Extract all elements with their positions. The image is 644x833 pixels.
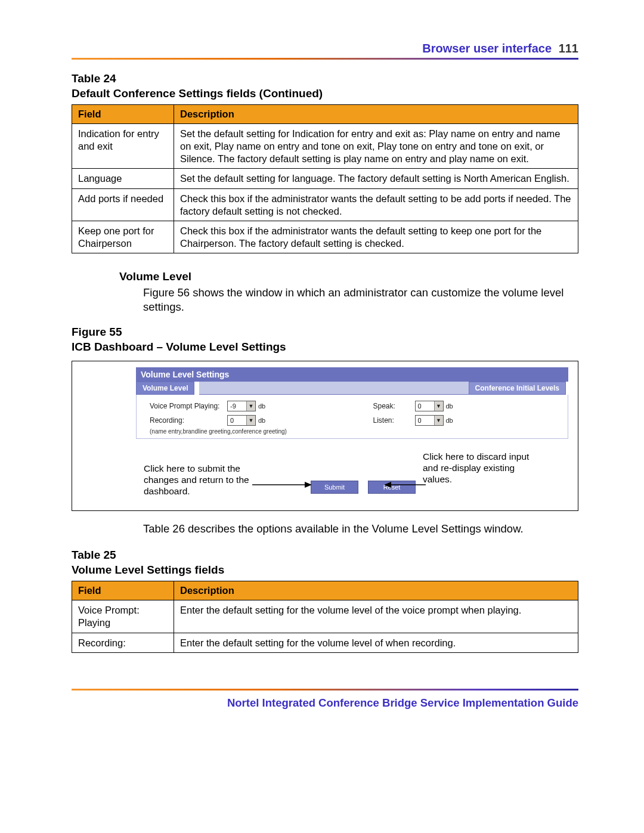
chevron-down-icon: ▼ [434, 416, 443, 425]
table25-r1-desc: Enter the default setting for the volume… [174, 633, 578, 653]
table25-caption-title: Volume Level Settings fields [72, 563, 224, 576]
table24-r1-desc: Set the default setting for language. Th… [174, 169, 578, 189]
table24-r1-field: Language [72, 169, 174, 189]
table25-caption-num: Table 25 [72, 549, 116, 561]
callout-submit: Click here to submit the changes and ret… [144, 463, 257, 497]
table-row: Keep one port for Chairperson Check this… [72, 221, 578, 253]
tab-volume-level[interactable]: Volume Level [136, 382, 194, 395]
table-row: Voice Prompt: Playing Enter the default … [72, 600, 578, 633]
table24-r3-desc: Check this box if the administrator want… [174, 221, 578, 253]
table25-r1-field: Recording: [72, 633, 174, 653]
select-listen[interactable]: 0 ▼ [415, 415, 444, 426]
figure55-caption: Figure 55 ICB Dashboard – Volume Level S… [72, 325, 578, 354]
callout-reset: Click here to discard input and re-displ… [423, 451, 542, 485]
table25-r0-field: Voice Prompt: Playing [72, 600, 174, 633]
label-recording: Recording: [150, 416, 227, 425]
table25-caption: Table 25 Volume Level Settings fields [72, 548, 578, 577]
table24-head-field: Field [72, 105, 174, 124]
label-listen: Listen: [373, 416, 415, 425]
svg-marker-3 [384, 482, 391, 488]
row-recording: Recording: 0 ▼ db [150, 415, 338, 426]
row-speak: Speak: 0 ▼ db [373, 401, 561, 411]
select-voice-prompt[interactable]: -9 ▼ [227, 401, 256, 411]
table-row: Language Set the default setting for lan… [72, 169, 578, 189]
label-voice-prompt: Voice Prompt Playing: [150, 402, 227, 410]
select-recording[interactable]: 0 ▼ [227, 415, 256, 426]
unit-db: db [258, 402, 265, 410]
chevron-down-icon: ▼ [434, 401, 443, 411]
row-voice-prompt: Voice Prompt Playing: -9 ▼ db [150, 401, 338, 411]
document-page: Browser user interface 111 Table 24 Defa… [0, 0, 644, 833]
table24-caption-title: Default Conference Settings fields (Cont… [72, 87, 323, 100]
unit-db: db [446, 417, 453, 424]
panel-title: Volume Level Settings [136, 367, 568, 382]
arrow-icon [252, 476, 312, 494]
unit-db: db [258, 417, 265, 424]
table24-r3-field: Keep one port for Chairperson [72, 221, 174, 253]
unit-db: db [446, 402, 453, 410]
tab-spacer [199, 382, 468, 395]
figure55-box: Volume Level Settings Volume Level Confe… [72, 361, 578, 511]
figure55-caption-num: Figure 55 [72, 326, 122, 338]
table25: Field Description Voice Prompt: Playing … [72, 581, 578, 653]
panel-body: Voice Prompt Playing: -9 ▼ db Recording:… [136, 395, 568, 439]
panel-col-right: Speak: 0 ▼ db Listen: 0 ▼ db [373, 401, 561, 435]
table24-r0-field: Indication for entry and exit [72, 124, 174, 169]
table-row: Indication for entry and exit Set the de… [72, 124, 578, 169]
tabs-row: Volume Level Conference Initial Levels [136, 382, 571, 395]
select-listen-value: 0 [418, 417, 422, 424]
post-figure-text: Table 26 describes the options available… [143, 522, 578, 536]
table24-r2-field: Add ports if needed [72, 188, 174, 221]
svg-marker-1 [305, 482, 312, 488]
page-header: Browser user interface 111 [72, 42, 578, 55]
header-title: Browser user interface [422, 42, 552, 55]
submit-button[interactable]: Submit [311, 481, 358, 494]
tab-conference-levels[interactable]: Conference Initial Levels [469, 382, 566, 395]
footer-title: Nortel Integrated Conference Bridge Serv… [72, 696, 578, 710]
volume-level-heading: Volume Level [119, 270, 578, 283]
header-page-number: 111 [559, 42, 578, 55]
chevron-down-icon: ▼ [246, 416, 255, 425]
table24-caption-num: Table 24 [72, 72, 116, 85]
arrow-icon [384, 476, 426, 494]
table25-head-desc: Description [174, 581, 578, 600]
chevron-down-icon: ▼ [246, 401, 255, 411]
recording-note: (name entry,brandline greeting,conferenc… [150, 428, 338, 435]
table24-head-desc: Description [174, 105, 578, 124]
table24-r0-desc: Set the default setting for Indication f… [174, 124, 578, 169]
table24-caption: Table 24 Default Conference Settings fie… [72, 72, 578, 101]
select-voice-prompt-value: -9 [230, 402, 236, 410]
panel-col-left: Voice Prompt Playing: -9 ▼ db Recording:… [150, 401, 338, 435]
footer-rule [72, 689, 578, 690]
table24-r2-desc: Check this box if the administrator want… [174, 188, 578, 221]
label-speak: Speak: [373, 402, 415, 410]
row-listen: Listen: 0 ▼ db [373, 415, 561, 426]
table24: Field Description Indication for entry a… [72, 104, 578, 253]
table25-r0-desc: Enter the default setting for the volume… [174, 600, 578, 633]
header-rule [72, 58, 578, 60]
select-recording-value: 0 [230, 417, 234, 424]
table25-head-field: Field [72, 581, 174, 600]
table-row: Add ports if needed Check this box if th… [72, 188, 578, 221]
volume-level-text: Figure 56 shows the window in which an a… [143, 286, 578, 314]
select-speak-value: 0 [418, 402, 422, 410]
select-speak[interactable]: 0 ▼ [415, 401, 444, 411]
table-row: Recording: Enter the default setting for… [72, 633, 578, 653]
figure55-caption-title: ICB Dashboard – Volume Level Settings [72, 340, 286, 353]
